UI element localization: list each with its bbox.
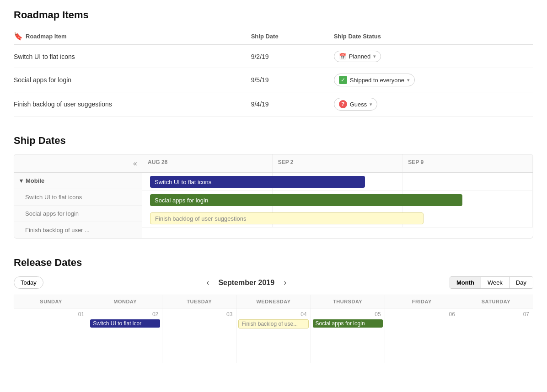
dow-sunday: SUNDAY [14,295,88,308]
day-number: 03 [164,310,234,318]
gantt-rows: Switch UI to flat icons Social apps for … [142,173,533,228]
gantt-row-1: Social apps for login [142,191,533,209]
table-row: Switch UI to flat icons9/2/19📅Planned▾ [14,45,533,68]
col-header-item: 🔖 Roadmap Item [14,28,247,45]
col-header-ship-date: Ship Date [247,28,329,45]
view-day-button[interactable]: Day [509,277,533,288]
shipped-icon: ✓ [339,76,347,84]
calendar-nav: ‹ September 2019 › [51,276,442,289]
roadmap-status-cell: ✓Shipped to everyone▾ [329,68,533,92]
roadmap-title: Roadmap Items [14,9,533,21]
table-row: Finish backlog of user suggestions9/4/19… [14,92,533,117]
dow-friday: FRIDAY [385,295,459,308]
roadmap-item-name: Social apps for login [14,68,247,92]
bookmark-icon: 🔖 [14,32,23,41]
gantt-bar-backlog[interactable]: Finish backlog of user suggestions [150,212,424,224]
calendar-day-cell[interactable]: 04Finish backlog of use... [236,308,311,363]
calendar-day-cell[interactable]: 07 [459,308,533,363]
calendar-day-cell[interactable]: 06 [385,308,459,363]
main-page: Roadmap Items 🔖 Roadmap Item Ship Date S… [0,0,547,372]
release-dates-title: Release Dates [14,257,533,269]
gantt-sidebar-header: « [14,154,142,173]
status-badge[interactable]: ?Guess▾ [334,98,378,111]
dow-monday: MONDAY [88,295,162,308]
dropdown-arrow-icon: ▾ [373,53,376,59]
today-button[interactable]: Today [14,276,43,289]
view-week-button[interactable]: Week [481,277,509,288]
day-number: 02 [90,310,160,318]
ship-dates-title: Ship Dates [14,135,533,147]
dropdown-arrow-icon: ▾ [370,101,372,107]
status-label: Planned [349,53,371,60]
day-number: 06 [387,310,457,318]
guess-icon: ? [339,100,347,108]
col-header-status: Ship Date Status [329,28,533,45]
roadmap-ship-date: 9/5/19 [247,68,329,92]
dow-tuesday: TUESDAY [162,295,236,308]
calendar-day-cell[interactable]: 05Social apps for login [311,308,385,363]
release-dates-section: Release Dates Today ‹ September 2019 › M… [14,257,533,363]
gantt-main: AUG 26 SEP 2 SEP 9 Switch UI to flat ico… [142,154,533,238]
calendar-event[interactable]: Finish backlog of use... [238,319,308,328]
roadmap-ship-date: 9/4/19 [247,92,329,117]
gantt-row-2: Finish backlog of user suggestions [142,209,533,228]
gantt-group-mobile: ▾ Mobile Switch UI to flat icons Social … [14,173,142,238]
gantt-sidebar: « ▾ Mobile Switch UI to flat icons Socia… [14,154,142,238]
ship-dates-section: Ship Dates « ▾ Mobile Switch UI to flat … [14,135,533,238]
planned-icon: 📅 [339,53,346,60]
roadmap-ship-date: 9/2/19 [247,45,329,68]
gantt-item-0: Switch UI to flat icons [14,189,142,205]
day-number: 04 [238,310,308,318]
day-number: 07 [461,310,531,318]
calendar-week-row: 0102Switch UI to flat icor0304Finish bac… [14,308,533,363]
day-number: 01 [16,310,86,318]
calendar-event[interactable]: Social apps for login [313,319,383,328]
gantt-item-1: Social apps for login [14,205,142,222]
gantt-col-aug26: AUG 26 [142,154,273,172]
status-badge[interactable]: ✓Shipped to everyone▾ [334,74,415,86]
prev-month-button[interactable]: ‹ [203,276,213,289]
view-toggle: Month Week Day [450,276,533,289]
dow-saturday: SATURDAY [459,295,533,308]
gantt-item-2: Finish backlog of user ... [14,222,142,238]
gantt-group-label[interactable]: ▾ Mobile [14,173,142,189]
gantt-bar-switch-ui[interactable]: Switch UI to flat icons [150,176,365,188]
dropdown-arrow-icon: ▾ [407,77,410,83]
table-row: Social apps for login9/5/19✓Shipped to e… [14,68,533,92]
calendar-controls: Today ‹ September 2019 › Month Week Day [14,276,533,289]
roadmap-table: 🔖 Roadmap Item Ship Date Ship Date Statu… [14,28,533,117]
roadmap-status-cell: 📅Planned▾ [329,45,533,68]
calendar-day-cell[interactable]: 01 [14,308,88,363]
gantt-bar-social-apps[interactable]: Social apps for login [150,194,462,206]
calendar-table: SUNDAY MONDAY TUESDAY WEDNESDAY THURSDAY… [14,295,533,363]
calendar-day-cell[interactable]: 02Switch UI to flat icor [88,308,162,363]
status-label: Shipped to everyone [350,77,404,84]
dow-thursday: THURSDAY [311,295,385,308]
gantt-row-0: Switch UI to flat icons [142,173,533,191]
status-badge[interactable]: 📅Planned▾ [334,51,381,62]
roadmap-section: Roadmap Items 🔖 Roadmap Item Ship Date S… [14,9,533,117]
gantt-header: AUG 26 SEP 2 SEP 9 [142,154,533,173]
dow-wednesday: WEDNESDAY [236,295,311,308]
view-month-button[interactable]: Month [450,277,481,288]
roadmap-item-name: Switch UI to flat icons [14,45,247,68]
collapse-button[interactable]: « [133,159,137,168]
calendar-event[interactable]: Switch UI to flat icor [90,319,160,328]
calendar-day-cell[interactable]: 03 [162,308,236,363]
gantt-col-sep2: SEP 2 [273,154,403,172]
gantt-col-sep9: SEP 9 [402,154,533,172]
day-number: 05 [313,310,383,318]
roadmap-item-name: Finish backlog of user suggestions [14,92,247,117]
gantt-chart: « ▾ Mobile Switch UI to flat icons Socia… [14,154,533,238]
calendar-month-label: September 2019 [218,279,274,287]
next-month-button[interactable]: › [280,276,290,289]
status-label: Guess [350,101,367,108]
chevron-down-icon: ▾ [20,177,23,184]
roadmap-status-cell: ?Guess▾ [329,92,533,117]
